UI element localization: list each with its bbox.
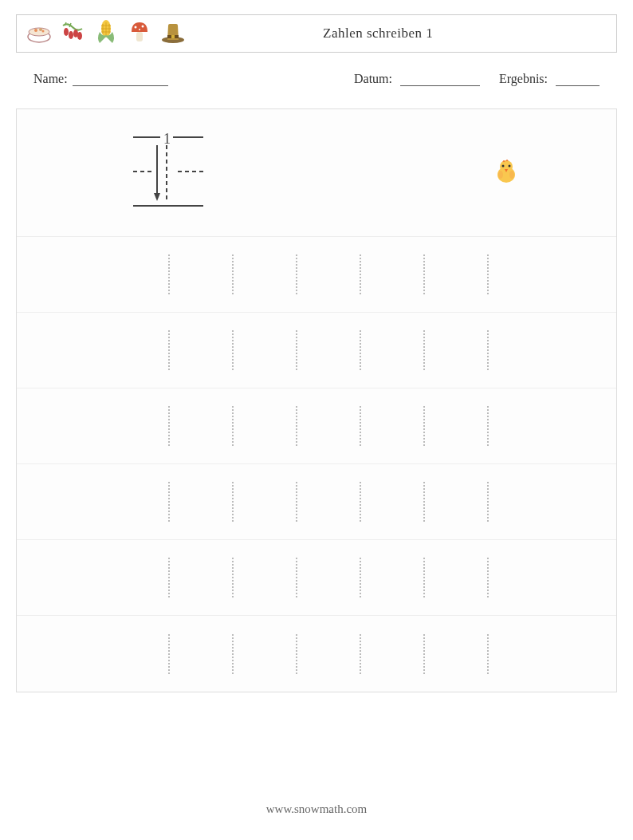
trace-one[interactable] <box>487 558 489 597</box>
trace-one[interactable] <box>423 634 425 674</box>
svg-point-1 <box>29 28 49 36</box>
footer-url: www.snowmath.com <box>0 803 633 816</box>
svg-point-32 <box>509 171 514 179</box>
trace-one[interactable] <box>423 558 425 597</box>
trace-one[interactable] <box>168 634 170 674</box>
svg-point-8 <box>77 32 82 40</box>
worksheet-title: Zahlen schreiben 1 <box>323 26 433 41</box>
trace-one[interactable] <box>360 634 361 674</box>
trace-one[interactable] <box>168 254 170 294</box>
svg-point-29 <box>509 164 511 167</box>
trace-one[interactable] <box>487 330 489 370</box>
svg-point-5 <box>64 28 69 36</box>
trace-one[interactable] <box>487 634 489 674</box>
trace-one[interactable] <box>168 330 170 370</box>
practice-row <box>17 616 616 692</box>
trace-one[interactable] <box>296 558 297 597</box>
trace-one[interactable] <box>232 482 234 522</box>
trace-one[interactable] <box>423 482 425 522</box>
trace-one[interactable] <box>168 406 170 446</box>
trace-one[interactable] <box>487 406 489 446</box>
trace-one[interactable] <box>423 406 425 446</box>
trace-one[interactable] <box>296 330 297 370</box>
trace-one[interactable] <box>296 634 297 674</box>
trace-one[interactable] <box>296 482 297 522</box>
svg-point-3 <box>39 28 42 31</box>
trace-one[interactable] <box>296 406 297 446</box>
svg-point-31 <box>498 171 503 179</box>
svg-point-28 <box>502 164 505 167</box>
trace-one[interactable] <box>360 558 361 597</box>
info-row: Name: Datum: Ergebnis: <box>33 72 600 86</box>
name-blank[interactable] <box>73 72 168 86</box>
trace-one[interactable] <box>423 254 425 294</box>
result-blank[interactable] <box>556 72 600 86</box>
trace-one[interactable] <box>360 254 361 294</box>
bowl-icon <box>25 18 53 49</box>
name-label: Name: <box>33 72 68 86</box>
trace-one[interactable] <box>232 558 234 597</box>
trace-one[interactable] <box>232 634 234 674</box>
corn-icon <box>92 18 120 49</box>
demo-number-one: 1 <box>128 128 208 219</box>
header-icons <box>25 18 187 49</box>
trace-one[interactable] <box>232 406 234 446</box>
trace-one[interactable] <box>296 254 297 294</box>
result-label: Ergebnis: <box>499 72 548 85</box>
chick-icon <box>492 157 521 189</box>
pilgrim-hat-icon <box>159 18 187 49</box>
trace-one[interactable] <box>360 330 361 370</box>
svg-marker-25 <box>154 193 160 201</box>
trace-one[interactable] <box>487 254 489 294</box>
trace-one[interactable] <box>360 406 361 446</box>
trace-one[interactable] <box>168 558 170 597</box>
svg-point-6 <box>69 31 73 39</box>
svg-point-2 <box>34 29 37 32</box>
svg-rect-16 <box>171 35 175 38</box>
berries-icon <box>58 18 87 49</box>
demo-row: 1 <box>17 109 616 237</box>
svg-point-11 <box>142 26 144 28</box>
svg-text:1: 1 <box>163 131 171 147</box>
trace-one[interactable] <box>168 482 170 522</box>
date-blank[interactable] <box>400 72 480 86</box>
header-bar: Zahlen schreiben 1 <box>16 14 617 53</box>
trace-one[interactable] <box>232 330 234 370</box>
practice-row <box>17 237 616 313</box>
svg-point-4 <box>42 30 45 33</box>
trace-one[interactable] <box>360 482 361 522</box>
mushroom-icon <box>125 18 154 49</box>
trace-one[interactable] <box>487 482 489 522</box>
practice-row <box>17 540 616 616</box>
worksheet-grid: 1 <box>16 108 617 692</box>
trace-one[interactable] <box>423 330 425 370</box>
practice-row <box>17 464 616 540</box>
svg-point-12 <box>139 29 140 30</box>
practice-row <box>17 313 616 388</box>
svg-point-10 <box>135 26 137 29</box>
date-label: Datum: <box>354 72 392 85</box>
trace-one[interactable] <box>232 254 234 294</box>
svg-rect-13 <box>136 32 143 41</box>
practice-row <box>17 388 616 464</box>
